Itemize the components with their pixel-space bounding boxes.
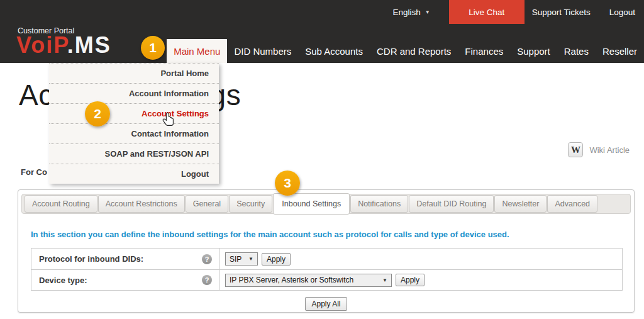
device-type-select-value: IP PBX Server, Asterisk or Softswitch [230, 276, 353, 284]
nav-item-finances[interactable]: Finances [458, 39, 510, 63]
intro-text-fragment: For Co [21, 167, 47, 177]
top-utility-bar: English ▼ Live Chat Support Tickets Logo… [0, 0, 644, 24]
live-chat-button[interactable]: Live Chat [449, 0, 525, 24]
logout-link[interactable]: Logout [609, 8, 635, 17]
section-description: In this section you can define the inbou… [31, 230, 509, 239]
voipms-logo[interactable]: VoiP.ms [16, 34, 111, 57]
support-tickets-link[interactable]: Support Tickets [532, 8, 591, 17]
customer-portal-page: English ▼ Live Chat Support Tickets Logo… [0, 0, 644, 319]
help-icon[interactable]: ? [202, 254, 212, 264]
wiki-icon[interactable]: W [568, 142, 583, 157]
device-type-control-cell: IP PBX Server, Asterisk or Softswitch ▼ … [220, 270, 622, 290]
tab-inbound-settings[interactable]: Inbound Settings [273, 193, 350, 215]
apply-all-container: Apply All [18, 297, 634, 311]
main-navigation: Main Menu DID Numbers Sub Accounts CDR a… [167, 39, 644, 63]
menu-item-contact-information[interactable]: Contact Information [49, 123, 219, 143]
device-type-label: Device type: [39, 276, 87, 285]
tab-security[interactable]: Security [229, 195, 272, 213]
protocol-label-cell: Protocol for inbound DIDs: ? [31, 249, 220, 269]
main-menu-dropdown: Portal Home Account Information Account … [49, 63, 219, 184]
step-badge-2: 2 [85, 101, 110, 126]
device-type-apply-button[interactable]: Apply [396, 274, 425, 286]
wiki-article-label: Wiki Article [589, 145, 630, 155]
menu-item-account-settings[interactable]: Account Settings [49, 103, 219, 123]
settings-panel: Account Routing Account Restrictions Gen… [18, 189, 635, 313]
language-selector[interactable]: English ▼ [392, 8, 430, 17]
live-chat-label: Live Chat [469, 8, 504, 17]
table-row: Protocol for inbound DIDs: ? SIP ▼ Apply [31, 249, 622, 269]
nav-item-reseller[interactable]: Reseller [596, 39, 644, 63]
tab-notifications[interactable]: Notifications [350, 195, 408, 213]
chevron-down-icon: ▼ [243, 256, 253, 262]
tab-general[interactable]: General [186, 195, 228, 213]
tab-newsletter[interactable]: Newsletter [494, 195, 547, 213]
logo-ms-text: .ms [67, 32, 111, 58]
menu-item-soap-rest-json-api[interactable]: SOAP and REST/JSON API [49, 143, 219, 164]
menu-item-portal-home[interactable]: Portal Home [49, 63, 219, 83]
hand-cursor-icon [162, 112, 175, 127]
nav-item-sub-accounts[interactable]: Sub Accounts [298, 39, 370, 63]
protocol-apply-button[interactable]: Apply [262, 253, 291, 266]
protocol-select-value: SIP [230, 255, 242, 264]
header: English ▼ Live Chat Support Tickets Logo… [0, 0, 644, 63]
step-badge-3: 3 [275, 171, 300, 196]
protocol-control-cell: SIP ▼ Apply [220, 249, 622, 269]
language-label: English [392, 8, 420, 17]
device-type-label-cell: Device type: ? [31, 270, 220, 290]
tab-account-routing[interactable]: Account Routing [25, 195, 97, 213]
nav-item-cdr-and-reports[interactable]: CDR and Reports [370, 39, 458, 63]
tab-account-restrictions[interactable]: Account Restrictions [98, 195, 185, 213]
protocol-label: Protocol for inbound DIDs: [39, 254, 143, 264]
protocol-select[interactable]: SIP ▼ [225, 252, 258, 266]
nav-item-did-numbers[interactable]: DID Numbers [227, 39, 298, 63]
nav-item-main-menu[interactable]: Main Menu [167, 39, 227, 63]
menu-item-account-information[interactable]: Account Information [49, 83, 219, 103]
tab-advanced[interactable]: Advanced [547, 195, 597, 213]
device-type-select[interactable]: IP PBX Server, Asterisk or Softswitch ▼ [225, 274, 392, 287]
logo-voip-text: VoiP [16, 32, 67, 58]
inbound-settings-table: Protocol for inbound DIDs: ? SIP ▼ Apply… [31, 248, 623, 291]
help-icon[interactable]: ? [202, 275, 212, 285]
apply-all-button[interactable]: Apply All [305, 297, 347, 311]
wiki-article-link[interactable]: W Wiki Article [568, 142, 630, 157]
nav-item-support[interactable]: Support [510, 39, 557, 63]
menu-item-logout[interactable]: Logout [49, 164, 219, 184]
settings-tabstrip: Account Routing Account Restrictions Gen… [21, 194, 631, 214]
step-badge-1: 1 [141, 36, 165, 60]
table-row: Device type: ? IP PBX Server, Asterisk o… [31, 269, 622, 290]
chevron-down-icon: ▼ [377, 277, 387, 283]
tab-default-did-routing[interactable]: Default DID Routing [409, 195, 494, 213]
chevron-down-icon: ▼ [425, 9, 430, 15]
nav-item-rates[interactable]: Rates [557, 39, 596, 63]
